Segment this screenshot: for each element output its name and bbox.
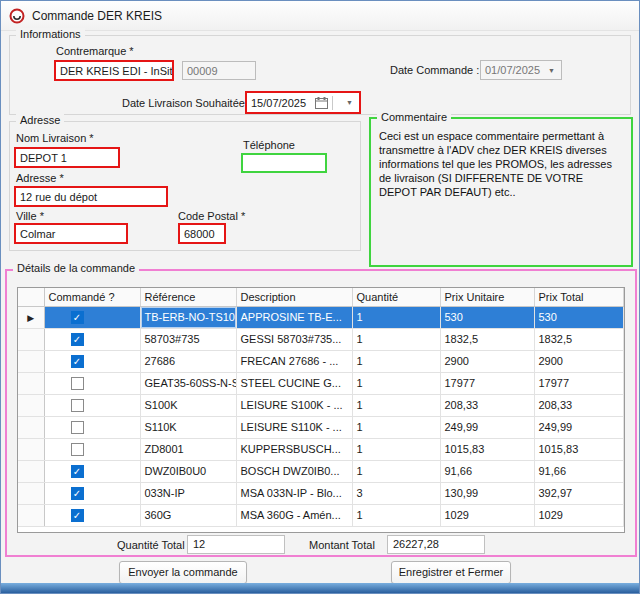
header-prix-unitaire[interactable]: Prix Unitaire (440, 288, 534, 306)
prix-unitaire-cell[interactable]: 2900 (440, 350, 534, 372)
reference-cell[interactable]: 033N-IP (140, 482, 236, 504)
checkbox-icon[interactable]: ✓ (71, 509, 84, 522)
description-cell[interactable]: MSA 360G - Amén... (236, 504, 352, 526)
prix-total-cell[interactable]: 249,99 (534, 416, 624, 438)
table-row[interactable]: S110KLEISURE S110K - ...1249,99249,99 (18, 416, 624, 438)
envoyer-commande-button[interactable]: Envoyer la commande (119, 561, 247, 584)
description-cell[interactable]: BOSCH DWZ0IB0... (236, 460, 352, 482)
header-description[interactable]: Description (236, 288, 352, 306)
description-cell[interactable]: FRECAN 27686 - ... (236, 350, 352, 372)
reference-cell[interactable]: 58703#735 (140, 328, 236, 350)
quantite-cell[interactable]: 1 (352, 372, 440, 394)
commande-cell[interactable]: ✓ (44, 350, 140, 372)
prix-total-cell[interactable]: 208,33 (534, 394, 624, 416)
quantite-cell[interactable]: 1 (352, 504, 440, 526)
row-selector-cell[interactable] (18, 460, 44, 482)
commande-cell[interactable] (44, 438, 140, 460)
table-row[interactable]: ✓27686FRECAN 27686 - ...129002900 (18, 350, 624, 372)
description-cell[interactable]: LEISURE S110K - ... (236, 416, 352, 438)
quantite-cell[interactable]: 1 (352, 350, 440, 372)
ville-field[interactable]: Colmar (14, 223, 128, 244)
reference-cell[interactable]: DWZ0IB0U0 (140, 460, 236, 482)
prix-total-cell[interactable]: 91,66 (534, 460, 624, 482)
prix-unitaire-cell[interactable]: 208,33 (440, 394, 534, 416)
reference-cell[interactable]: S110K (140, 416, 236, 438)
quantite-cell[interactable]: 1 (352, 438, 440, 460)
row-selector-cell[interactable] (18, 394, 44, 416)
prix-unitaire-cell[interactable]: 17977 (440, 372, 534, 394)
reference-cell[interactable]: ZD8001 (140, 438, 236, 460)
prix-total-cell[interactable]: 1832,5 (534, 328, 624, 350)
prix-unitaire-cell[interactable]: 1029 (440, 504, 534, 526)
checkbox-icon[interactable]: ✓ (71, 355, 84, 368)
reference-cell[interactable]: 360G (140, 504, 236, 526)
description-cell[interactable]: STEEL CUCINE G... (236, 372, 352, 394)
quantite-cell[interactable]: 1 (352, 394, 440, 416)
telephone-field[interactable] (241, 153, 327, 173)
prix-unitaire-cell[interactable]: 530 (440, 306, 534, 328)
prix-total-cell[interactable]: 1015,83 (534, 438, 624, 460)
header-commande[interactable]: Commandé ? (44, 288, 140, 306)
commande-cell[interactable]: ✓ (44, 482, 140, 504)
calendar-icon[interactable] (315, 97, 328, 109)
commande-cell[interactable] (44, 394, 140, 416)
row-selector-cell[interactable]: ▶ (18, 306, 44, 328)
row-selector-cell[interactable] (18, 504, 44, 526)
quantite-cell[interactable]: 1 (352, 416, 440, 438)
checkbox-icon[interactable] (71, 443, 84, 456)
table-row[interactable]: ▶✓TB-ERB-NO-TS10APPROSINE TB-E...1530530 (18, 306, 624, 328)
commande-cell[interactable]: ✓ (44, 460, 140, 482)
quantite-cell[interactable]: 3 (352, 482, 440, 504)
prix-unitaire-cell[interactable]: 249,99 (440, 416, 534, 438)
checkbox-icon[interactable] (71, 399, 84, 412)
adresse-field[interactable]: 12 rue du dépot (14, 186, 168, 207)
row-selector-cell[interactable] (18, 350, 44, 372)
checkbox-icon[interactable]: ✓ (71, 333, 84, 346)
prix-total-cell[interactable]: 392,97 (534, 482, 624, 504)
row-selector-cell[interactable] (18, 482, 44, 504)
commande-cell[interactable] (44, 416, 140, 438)
description-cell[interactable]: LEISURE S100K - ... (236, 394, 352, 416)
reference-cell[interactable]: TB-ERB-NO-TS10 (140, 306, 236, 328)
chevron-down-icon[interactable]: ▼ (344, 99, 355, 106)
commande-cell[interactable]: ✓ (44, 328, 140, 350)
reference-cell[interactable]: S100K (140, 394, 236, 416)
prix-unitaire-cell[interactable]: 1832,5 (440, 328, 534, 350)
checkbox-icon[interactable]: ✓ (71, 465, 84, 478)
checkbox-icon[interactable] (71, 421, 84, 434)
description-cell[interactable]: KUPPERSBUSCH... (236, 438, 352, 460)
reference-cell[interactable]: 27686 (140, 350, 236, 372)
table-row[interactable]: GEAT35-60SS-N-SSTEEL CUCINE G...11797717… (18, 372, 624, 394)
quantite-cell[interactable]: 1 (352, 328, 440, 350)
row-selector-cell[interactable] (18, 438, 44, 460)
prix-unitaire-cell[interactable]: 130,99 (440, 482, 534, 504)
nom-livraison-field[interactable]: DEPOT 1 (14, 147, 120, 168)
table-row[interactable]: ✓DWZ0IB0U0BOSCH DWZ0IB0...191,6691,66 (18, 460, 624, 482)
checkbox-icon[interactable]: ✓ (71, 487, 84, 500)
commande-cell[interactable] (44, 372, 140, 394)
reference-cell[interactable]: GEAT35-60SS-N-S (140, 372, 236, 394)
row-selector-cell[interactable] (18, 328, 44, 350)
commande-cell[interactable]: ✓ (44, 306, 140, 328)
description-cell[interactable]: MSA 033N-IP - Blo... (236, 482, 352, 504)
table-row[interactable]: S100KLEISURE S100K - ...1208,33208,33 (18, 394, 624, 416)
prix-unitaire-cell[interactable]: 1015,83 (440, 438, 534, 460)
row-selector-cell[interactable] (18, 416, 44, 438)
header-prix-total[interactable]: Prix Total (534, 288, 624, 306)
prix-total-cell[interactable]: 1029 (534, 504, 624, 526)
table-row[interactable]: ZD8001KUPPERSBUSCH...11015,831015,83 (18, 438, 624, 460)
table-row[interactable]: ✓58703#735GESSI 58703#735...11832,51832,… (18, 328, 624, 350)
table-row[interactable]: ✓033N-IPMSA 033N-IP - Blo...3130,99392,9… (18, 482, 624, 504)
enregistrer-fermer-button[interactable]: Enregistrer et Fermer (391, 561, 511, 584)
row-selector-cell[interactable] (18, 372, 44, 394)
commande-cell[interactable]: ✓ (44, 504, 140, 526)
checkbox-icon[interactable] (71, 377, 84, 390)
quantite-cell[interactable]: 1 (352, 460, 440, 482)
code-postal-field[interactable]: 68000 (178, 223, 226, 244)
description-cell[interactable]: APPROSINE TB-E... (236, 306, 352, 328)
table-row[interactable]: ✓360GMSA 360G - Amén...110291029 (18, 504, 624, 526)
date-livraison-picker[interactable]: 15/07/2025 ▼ (245, 91, 361, 114)
header-reference[interactable]: Référence (140, 288, 236, 306)
commentaire-text[interactable]: Ceci est un espace commentaire permettan… (371, 119, 631, 205)
prix-total-cell[interactable]: 2900 (534, 350, 624, 372)
